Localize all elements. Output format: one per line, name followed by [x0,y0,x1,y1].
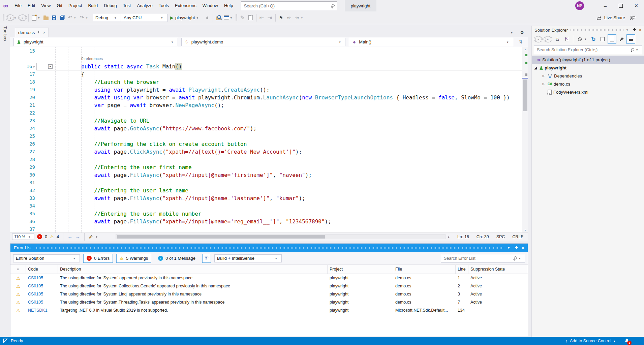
run-button[interactable]: ▶playwright▾ [167,13,203,22]
code-text[interactable]: using var playwright = await Playwright.… [55,86,270,94]
menu-extensions[interactable]: Extensions [172,3,200,8]
column-header-description[interactable]: Description [58,265,328,274]
split-editor-icon[interactable]: ⇅ [517,38,525,46]
code-cleanup-icon[interactable] [89,234,93,239]
menu-tools[interactable]: Tools [156,3,172,8]
scrollbar-thumb[interactable] [523,80,527,111]
se-back-button[interactable]: ◂ [534,36,543,42]
paste-special-button[interactable] [247,13,255,22]
menu-edit[interactable]: Edit [25,3,38,8]
window-position-dropdown-icon[interactable]: ▾ [508,246,512,250]
refresh-button[interactable]: ↻ [589,35,597,43]
member-dropdown[interactable]: ◆ Main() ▾ [349,38,513,46]
code-text[interactable]: await page.GotoAsync("https://www.facebo… [55,125,256,132]
tree-item-solution-playwright-1-of-1-proje[interactable]: ∞Solution 'playwright' (1 of 1 project) [532,56,644,64]
close-button[interactable]: × [628,0,644,11]
previous-bookmark-button[interactable]: ↞ [285,13,293,22]
code-text[interactable] [55,202,94,210]
error-list-search-input[interactable] [443,256,511,261]
code-text[interactable]: { [55,70,85,78]
quick-search-input[interactable] [243,3,331,9]
warnings-filter-button[interactable]: ⚠ 5 Warnings [116,254,151,263]
redo-button[interactable]: ↷ [78,13,86,22]
close-icon[interactable]: × [522,245,524,251]
pin-icon[interactable] [515,246,518,250]
scope-dropdown[interactable]: Entire Solution ▾ [13,254,80,262]
code-text[interactable]: //Entering the user first name [55,163,192,171]
new-file-button[interactable] [30,13,38,22]
indent-decrease-button[interactable]: ⇤ [258,13,266,22]
se-forward-button[interactable]: ▸ [544,36,552,42]
code-text[interactable] [55,225,94,232]
vertical-scrollbar[interactable]: ▴ ▾ [522,47,528,232]
column-header-file[interactable]: File [393,265,456,274]
code-text[interactable] [55,156,94,163]
code-text[interactable] [55,109,94,117]
navigate-forward-icon[interactable]: → [75,234,80,240]
find-in-files-button[interactable] [214,13,222,22]
bookmark-dropdown-button[interactable]: ▾ [301,13,305,22]
code-text[interactable] [55,179,94,187]
error-list-title-bar[interactable]: Error List ▾ × [10,244,528,252]
undo-button[interactable]: ↶ [66,13,74,22]
show-all-files-button[interactable] [608,34,616,44]
code-text[interactable] [55,132,94,140]
fold-collapse-icon[interactable]: − [48,64,53,69]
back-history-dropdown-button[interactable]: ▾ [14,13,18,22]
column-header-line[interactable]: Line [456,265,468,274]
error-list-search-box[interactable]: ▾ [441,254,525,263]
zoom-dropdown[interactable]: 110 % ▾ [12,233,34,240]
sync-with-active-document-button[interactable] [562,35,571,43]
type-dropdown[interactable]: ϟ playwright.demo ▾ [181,38,346,46]
pin-icon[interactable] [633,28,636,32]
code-text[interactable]: await page.FillAsync("xpath=//input[@nam… [55,171,312,179]
error-row[interactable]: ⚠CS0105The using directive for 'System' … [10,274,528,282]
column-header-project[interactable]: Project [328,265,393,274]
properties-button[interactable] [617,35,625,43]
error-table-header[interactable]: ≡CodeDescriptionProjectFileLineSuppressi… [10,265,528,274]
menu-view[interactable]: View [38,3,54,8]
messages-filter-button[interactable]: i 0 of 1 Message [155,254,199,263]
error-count-icon[interactable]: × [37,234,42,239]
undo-dropdown-button[interactable]: ▾ [74,13,78,22]
menu-project[interactable]: Project [65,3,85,8]
document-list-dropdown-icon[interactable]: ▾ [511,31,515,34]
code-text[interactable]: //Entering the user last name [55,187,188,194]
solution-configurations-dropdown[interactable]: Debug▾ [93,14,121,22]
pending-changes-dropdown-button[interactable]: ▾ [585,35,588,43]
pending-changes-filter-button[interactable] [576,35,584,43]
filter-button[interactable] [202,254,211,263]
background-tasks-icon[interactable] [3,339,8,343]
navigate-back-button[interactable]: ◂ [6,14,14,21]
tree-item-playwright[interactable]: ◢playwright [532,64,644,72]
tab-demo-cs[interactable]: demo.cs × [15,28,49,37]
error-row[interactable]: ⚠CS0105The using directive for 'System.L… [10,290,528,298]
pin-icon[interactable] [37,30,40,35]
minimize-button[interactable]: – [597,0,613,11]
code-text[interactable]: await page.FillAsync("xpath=//input[@nam… [55,194,305,202]
browser-link-button[interactable] [222,13,231,22]
collapse-all-button[interactable] [599,35,607,43]
save-button[interactable] [50,13,58,22]
code-text[interactable]: //Entering the user mobile number [55,210,201,218]
menu-analyze[interactable]: Analyze [134,3,155,8]
solution-explorer-title-bar[interactable]: Solution Explorer ▾ × [532,26,644,34]
tab-close-icon[interactable]: × [43,30,45,35]
project-dropdown[interactable]: playwright ▾ [13,38,178,46]
notifications-button[interactable]: 1 [624,338,629,344]
indent-increase-button[interactable]: ⇥ [266,13,274,22]
code-text[interactable]: await page.ClickAsync("xpath=//a[text()=… [55,148,302,156]
source-control-dropdown-icon[interactable]: ▴ [614,339,617,343]
preview-selected-items-button[interactable] [626,34,635,44]
expand-arrow-icon[interactable]: ▷ [541,82,546,86]
tree-item-dependencies[interactable]: ▷Dependencies [532,72,644,80]
warning-count-icon[interactable]: ⚠ [50,234,54,239]
tree-item-fodyweavers-xml[interactable]: FodyWeavers.xml [532,88,644,96]
feedback-icon[interactable] [630,15,635,20]
error-row[interactable]: ⚠NETSDK1Targeting .NET 6.0 in Visual Stu… [10,306,528,314]
code-text[interactable]: await using var browser = await playwrig… [55,94,510,101]
gear-icon[interactable]: ⚙ [520,30,524,35]
se-home-button[interactable]: ⌂ [553,35,561,43]
errors-filter-button[interactable]: × 0 Errors [83,254,113,263]
open-file-button[interactable] [42,13,50,22]
